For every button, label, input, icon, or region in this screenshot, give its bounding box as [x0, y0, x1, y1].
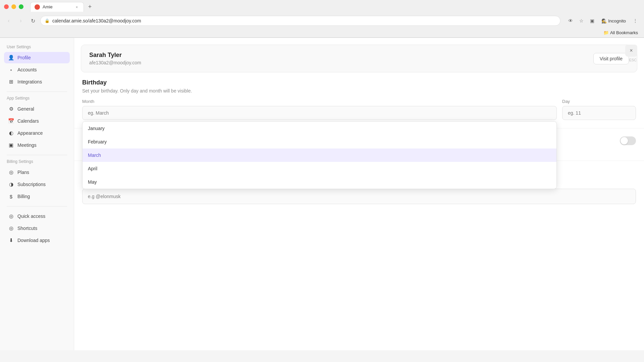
- sidebar-calendars-label: Calendars: [17, 118, 39, 124]
- sidebar-plans-label: Plans: [17, 170, 29, 175]
- sidebar-item-shortcuts[interactable]: ◎ Shortcuts: [4, 223, 70, 234]
- birthday-title: Birthday: [82, 79, 636, 86]
- back-btn[interactable]: ‹: [4, 16, 13, 25]
- profile-info: Sarah Tyler afe130a2@moodjoy.com: [89, 52, 141, 65]
- forward-btn[interactable]: ›: [16, 16, 25, 25]
- sidebar-toggle-btn[interactable]: ▣: [587, 16, 597, 25]
- new-tab-btn[interactable]: +: [85, 2, 95, 11]
- sidebar-shortcuts-label: Shortcuts: [17, 226, 37, 231]
- incognito-icon: 🕵: [601, 18, 607, 23]
- dropdown-item-february[interactable]: February: [83, 135, 556, 148]
- sidebar-integrations-label: Integrations: [17, 79, 42, 84]
- more-options-btn[interactable]: ⋮: [631, 16, 640, 25]
- settings-close-btn[interactable]: ×: [625, 45, 637, 57]
- sidebar-item-billing[interactable]: $ Billing: [4, 191, 70, 202]
- dropdown-item-march[interactable]: March: [83, 148, 556, 162]
- folder-icon: 📁: [603, 30, 609, 35]
- sidebar: User Settings 👤 Profile ● Accounts ⊞ Int…: [0, 38, 74, 350]
- sidebar-item-general[interactable]: ⚙ General: [4, 103, 70, 115]
- sidebar-appearance-label: Appearance: [17, 130, 43, 136]
- sidebar-item-quick-access[interactable]: ◎ Quick access: [4, 210, 70, 222]
- month-input-group: Month January February March April May: [82, 99, 557, 120]
- sidebar-item-accounts[interactable]: ● Accounts: [4, 64, 70, 75]
- plans-icon: ◎: [8, 169, 14, 175]
- window-controls: × − +: [4, 4, 23, 9]
- download-icon: ⬇: [8, 237, 14, 243]
- user-settings-label: User Settings: [4, 45, 70, 49]
- sidebar-download-label: Download apps: [17, 238, 50, 243]
- sidebar-item-integrations[interactable]: ⊞ Integrations: [4, 76, 70, 87]
- day-input[interactable]: [562, 106, 636, 120]
- sidebar-item-download-apps[interactable]: ⬇ Download apps: [4, 235, 70, 246]
- sidebar-quick-access-label: Quick access: [17, 214, 45, 219]
- sidebar-general-label: General: [17, 106, 34, 112]
- window-close-btn[interactable]: ×: [4, 4, 9, 9]
- nav-icons: 👁 ☆ ▣ 🕵 Incognito ⋮: [566, 16, 640, 25]
- tab-favicon: [35, 4, 40, 10]
- bookmark-star-btn[interactable]: ☆: [577, 16, 586, 25]
- sidebar-item-calendars[interactable]: 📅 Calendars: [4, 115, 70, 127]
- browser-chrome: × − + Amie × + ‹ › ↻ 🔒 calendar.amie.so/…: [0, 0, 644, 38]
- month-input-container: January February March April May: [82, 106, 557, 120]
- nav-bar: ‹ › ↻ 🔒 calendar.amie.so/afe130a2@moodjo…: [0, 13, 644, 28]
- billing-icon: $: [8, 193, 14, 199]
- sidebar-divider-1: [7, 92, 67, 92]
- calendars-icon: 📅: [8, 118, 14, 124]
- subscriptions-icon: ◑: [8, 181, 14, 187]
- billing-settings-label: Billing Settings: [4, 159, 70, 164]
- sidebar-item-plans[interactable]: ◎ Plans: [4, 167, 70, 178]
- reload-btn[interactable]: ↻: [28, 16, 38, 25]
- sidebar-meetings-label: Meetings: [17, 142, 37, 148]
- sidebar-subscriptions-label: Subscriptions: [17, 182, 46, 187]
- sidebar-profile-label: Profile: [17, 55, 31, 60]
- window-maximize-btn[interactable]: +: [19, 4, 23, 9]
- month-input[interactable]: [82, 106, 557, 120]
- profile-header: Sarah Tyler afe130a2@moodjoy.com Visit p…: [81, 45, 637, 72]
- sidebar-item-appearance[interactable]: ◐ Appearance: [4, 127, 70, 139]
- meetings-icon: ▣: [8, 142, 14, 148]
- bookmarks-label: All Bookmarks: [610, 30, 638, 35]
- app-settings-label: App Settings: [4, 96, 70, 101]
- all-bookmarks-btn[interactable]: 📁 All Bookmarks: [601, 29, 640, 36]
- dropdown-item-april[interactable]: April: [83, 162, 556, 175]
- page-content: User Settings 👤 Profile ● Accounts ⊞ Int…: [0, 38, 644, 350]
- visit-profile-btn[interactable]: Visit profile: [593, 53, 629, 64]
- sidebar-billing-label: Billing: [17, 194, 30, 199]
- birthday-section: Birthday Set your birthday. Only day and…: [74, 79, 644, 128]
- main-content: × ESC Sarah Tyler afe130a2@moodjoy.com V…: [74, 38, 644, 350]
- geolocation-toggle[interactable]: [620, 136, 636, 145]
- month-label: Month: [82, 99, 557, 104]
- shortcuts-icon: ◎: [8, 225, 14, 231]
- sidebar-item-subscriptions[interactable]: ◑ Subscriptions: [4, 179, 70, 190]
- sidebar-item-profile[interactable]: 👤 Profile: [4, 52, 70, 63]
- address-bar[interactable]: 🔒 calendar.amie.so/afe130a2@moodjoy.com: [40, 16, 560, 26]
- profile-email: afe130a2@moodjoy.com: [89, 60, 141, 65]
- twitter-input[interactable]: [82, 189, 636, 204]
- lock-icon: 🔒: [45, 18, 50, 23]
- birthday-desc: Set your birthday. Only day and month wi…: [82, 88, 636, 94]
- sidebar-divider-2: [7, 155, 67, 155]
- window-minimize-btn[interactable]: −: [11, 4, 16, 9]
- browser-tab-amie[interactable]: Amie ×: [30, 2, 84, 12]
- day-label: Day: [562, 99, 636, 104]
- sidebar-accounts-label: Accounts: [17, 67, 37, 72]
- sidebar-item-meetings[interactable]: ▣ Meetings: [4, 139, 70, 151]
- profile-name: Sarah Tyler: [89, 52, 141, 59]
- incognito-label: Incognito: [608, 18, 626, 23]
- eye-icon-btn[interactable]: 👁: [566, 16, 575, 25]
- tab-close-btn[interactable]: ×: [74, 4, 79, 10]
- sidebar-divider-3: [7, 206, 67, 206]
- general-icon: ⚙: [8, 106, 14, 112]
- bookmarks-bar: 📁 All Bookmarks: [0, 28, 644, 38]
- dropdown-item-may[interactable]: May: [83, 175, 556, 189]
- tab-bar: Amie × +: [28, 1, 640, 13]
- integrations-icon: ⊞: [8, 79, 14, 85]
- birthday-inputs: Month January February March April May: [82, 99, 636, 120]
- esc-label: ESC: [629, 58, 637, 62]
- incognito-btn[interactable]: 🕵 Incognito: [598, 17, 629, 25]
- dropdown-item-january[interactable]: January: [83, 122, 556, 135]
- profile-icon: 👤: [8, 55, 14, 61]
- accounts-icon: ●: [8, 67, 14, 73]
- tab-title: Amie: [43, 4, 71, 9]
- month-dropdown: January February March April May: [82, 121, 557, 189]
